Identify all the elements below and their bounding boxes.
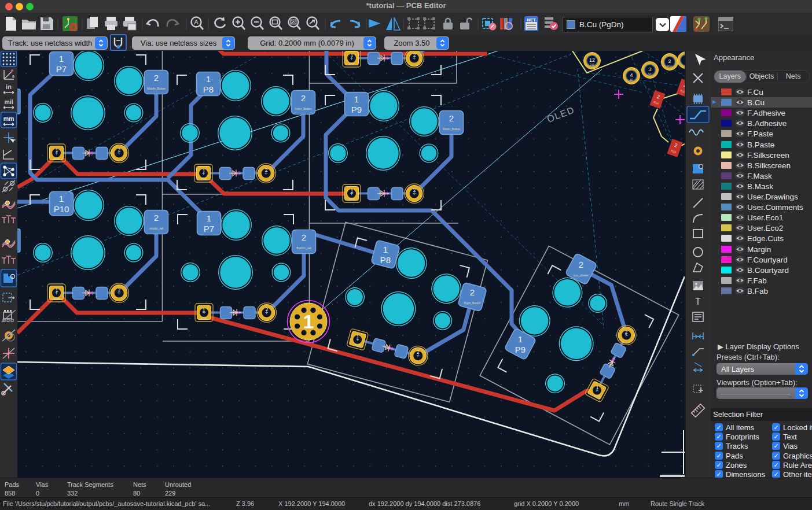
svg-text:1: 1 xyxy=(59,54,64,64)
svg-text:θ: θ xyxy=(12,75,14,79)
svg-text:P1B: P1B xyxy=(355,343,361,347)
svg-text:1: 1 xyxy=(203,168,205,173)
svg-text:P1B: P1B xyxy=(594,394,600,398)
svg-text:P10: P10 xyxy=(54,204,69,214)
svg-text:1: 1 xyxy=(351,188,354,194)
svg-text:2: 2 xyxy=(301,93,306,103)
svg-text:2: 2 xyxy=(302,232,306,242)
svg-text:2: 2 xyxy=(118,147,121,153)
svg-text:P7: P7 xyxy=(204,224,214,234)
svg-text:R10: R10 xyxy=(590,64,595,66)
svg-text:Bottom_rail: Bottom_rail xyxy=(296,246,311,250)
svg-text:1: 1 xyxy=(203,307,205,313)
svg-text:P9: P9 xyxy=(515,345,526,354)
svg-text:A: A xyxy=(194,19,199,25)
svg-text:middle_rail: middle_rail xyxy=(149,227,163,230)
svg-text:in: in xyxy=(6,83,12,90)
svg-text:1: 1 xyxy=(596,385,599,390)
svg-text:P7: P7 xyxy=(56,64,67,74)
svg-text:mil: mil xyxy=(4,98,13,105)
svg-text:1: 1 xyxy=(357,334,359,339)
svg-text:12: 12 xyxy=(589,57,595,63)
svg-text:1: 1 xyxy=(303,311,314,332)
svg-text:2: 2 xyxy=(265,167,268,173)
svg-text:P9: P9 xyxy=(351,105,362,114)
svg-text:1: 1 xyxy=(206,74,211,84)
svg-text:1: 1 xyxy=(383,245,388,254)
svg-text:SD: SD xyxy=(630,79,634,82)
svg-text:1: 1 xyxy=(56,287,58,293)
svg-text:1: 1 xyxy=(207,213,211,223)
svg-text:mm: mm xyxy=(3,115,14,122)
svg-text:3: 3 xyxy=(648,66,651,72)
svg-text:1: 1 xyxy=(354,94,359,104)
svg-text:4: 4 xyxy=(630,72,633,78)
svg-text:2: 2 xyxy=(668,58,671,64)
svg-text:2: 2 xyxy=(154,73,159,83)
svg-text:SC: SC xyxy=(648,73,652,76)
svg-text:2: 2 xyxy=(579,260,583,269)
svg-text:P1B: P1B xyxy=(54,297,60,301)
svg-text:1: 1 xyxy=(351,53,354,58)
svg-text:Down_Button: Down_Button xyxy=(443,127,460,131)
svg-text:2: 2 xyxy=(413,187,416,193)
svg-text:1: 1 xyxy=(59,194,64,204)
svg-text:T: T xyxy=(695,297,701,306)
svg-text:VCC: VCC xyxy=(667,65,673,68)
svg-text:P1B: P1B xyxy=(349,198,355,201)
svg-text:Right_Button: Right_Button xyxy=(464,301,481,305)
svg-text:1: 1 xyxy=(56,147,58,153)
svg-text:P1B: P1B xyxy=(201,178,207,181)
svg-text:pos_cluster: pos_cluster xyxy=(574,274,589,277)
svg-text:1: 1 xyxy=(518,334,523,344)
svg-text:P8: P8 xyxy=(203,84,214,94)
svg-text:2: 2 xyxy=(118,287,121,293)
svg-text:2: 2 xyxy=(625,329,628,335)
svg-text:Index_Button: Index_Button xyxy=(295,107,312,110)
svg-text:2: 2 xyxy=(470,287,475,297)
svg-text:2: 2 xyxy=(154,213,159,223)
svg-text:P1B: P1B xyxy=(349,62,355,66)
svg-text:2: 2 xyxy=(417,349,420,355)
svg-text:P1B: P1B xyxy=(54,157,60,161)
svg-text:2: 2 xyxy=(449,113,454,123)
svg-text:NET: NET xyxy=(527,17,536,23)
svg-text:2: 2 xyxy=(266,306,269,312)
svg-text:P8: P8 xyxy=(380,255,391,265)
svg-text:P1B: P1B xyxy=(201,317,207,320)
svg-text:Middle_Button: Middle_Button xyxy=(147,87,166,90)
svg-text:2: 2 xyxy=(413,52,416,58)
